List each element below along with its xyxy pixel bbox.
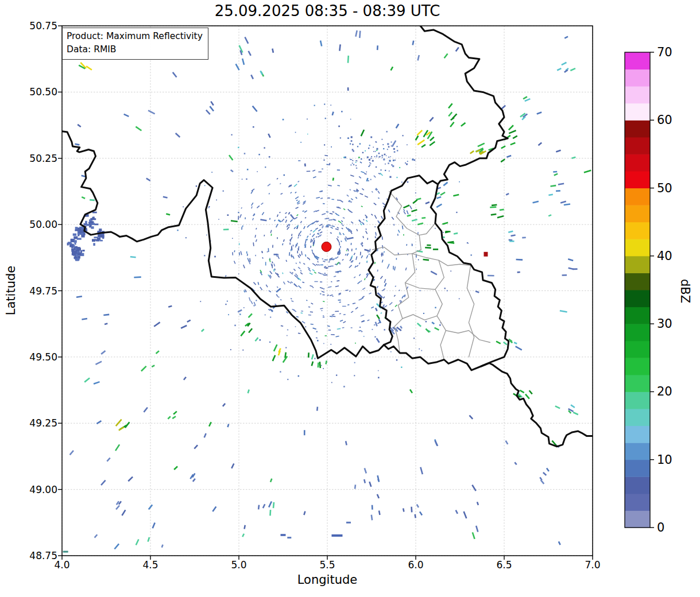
map-canvas: [0, 0, 700, 597]
echo-max-dbz-cell: [484, 252, 488, 257]
figure-title: 25.09.2025 08:35 - 08:39 UTC: [215, 2, 440, 20]
y-tick-label: 50.00: [0, 219, 57, 230]
y-tick-label: 50.75: [0, 20, 57, 32]
echo-south-dash-1: [281, 534, 286, 536]
colorbar-tick-label: 60: [657, 113, 672, 127]
data-source-line: Data: RMIB: [67, 43, 203, 56]
x-tick-label: 6.0: [408, 559, 423, 571]
y-tick-label: 48.75: [0, 550, 57, 561]
x-axis-label: Longitude: [297, 573, 357, 587]
colorbar-tick-label: 30: [657, 317, 672, 331]
border-lux-canton-east-vertical: [435, 260, 446, 359]
echo-corner-teal-dash: [63, 551, 68, 553]
colorbar-tick-label: 20: [657, 385, 672, 398]
echo-south-dash-2: [287, 537, 291, 538]
border-lux-canton-cross-1: [405, 283, 435, 290]
gridlines: [62, 26, 593, 556]
border-france-germany: [481, 363, 593, 447]
y-tick-label: 49.00: [0, 484, 57, 495]
echo-south-bar: [331, 534, 342, 537]
border-lux-canton-grevenmacher: [467, 266, 474, 357]
radar-echoes: [63, 30, 591, 553]
axis-ticks: [58, 26, 593, 560]
x-tick-label: 5.5: [319, 559, 335, 571]
x-tick-label: 4.5: [142, 559, 158, 571]
border-luxembourg-outline: [369, 176, 509, 370]
y-tick-label: 49.75: [0, 285, 57, 297]
y-tick-label: 49.25: [0, 417, 57, 429]
y-tick-label: 50.25: [0, 153, 57, 164]
colorbar-label: dBZ: [678, 279, 692, 303]
radar-site-marker: [322, 242, 331, 251]
x-tick-label: 6.5: [496, 559, 512, 571]
colorbar-tick-label: 10: [657, 453, 672, 467]
echo-south-dash-3: [346, 522, 351, 524]
border-lux-canton-south: [446, 331, 490, 343]
colorbar: [625, 52, 654, 528]
y-tick-label: 49.50: [0, 351, 57, 363]
colorbar-tick-label: 40: [657, 249, 672, 263]
border-lux-canton-west-vertical: [395, 254, 415, 353]
border-france-belgium: [62, 131, 384, 359]
y-tick-label: 50.50: [0, 86, 57, 98]
product-info-box: Product: Maximum Reflectivity Data: RMIB: [62, 28, 208, 60]
x-tick-label: 7.0: [585, 559, 600, 571]
colorbar-tick-label: 0: [657, 521, 664, 534]
border-lux-canton-cross-2: [403, 315, 437, 320]
colorbar-tick-label: 70: [657, 45, 672, 59]
radar-figure: 25.09.2025 08:35 - 08:39 UTC Product: Ma…: [0, 0, 700, 597]
product-line: Product: Maximum Reflectivity: [67, 30, 203, 43]
colorbar-tick-label: 50: [657, 181, 672, 195]
border-belgium-germany: [419, 25, 508, 184]
x-tick-label: 5.0: [231, 559, 246, 571]
